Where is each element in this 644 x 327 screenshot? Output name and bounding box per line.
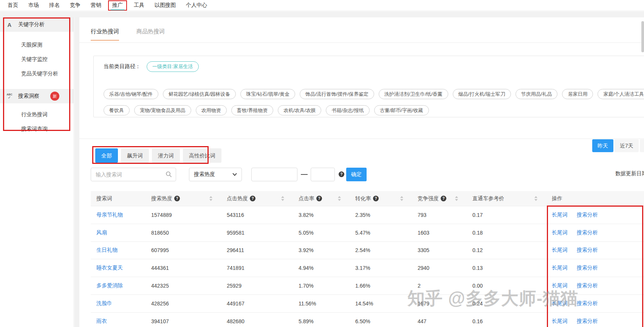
keyword-link[interactable]: 母亲节礼物	[91, 212, 151, 218]
filter-tab[interactable]: 飙升词	[121, 148, 149, 163]
range-min-input[interactable]	[251, 168, 297, 181]
nav-item[interactable]: 排名	[49, 2, 60, 9]
content-tab[interactable]: 行业热搜词	[91, 28, 119, 41]
action-link[interactable]: 长尾词	[552, 229, 568, 236]
category-pills-row1: 乐器/吉他/钢琴/配件鲜花园艺/绿植仿真/园林设备珠宝/钻石/翡翠/黄金饰品/流…	[104, 89, 644, 99]
category-pill[interactable]: 家庭/个人清洁工具	[598, 89, 644, 99]
top-nav: 首页市场排名竞争营销推广工具以图搜图个人中心	[0, 0, 644, 11]
range-help-icon[interactable]: ?	[339, 171, 344, 177]
help-icon[interactable]: ?	[250, 196, 255, 201]
nav-item[interactable]: 竞争	[70, 2, 80, 9]
column-header: 转化率?	[355, 195, 418, 202]
nav-item[interactable]: 个人中心	[186, 2, 207, 9]
category-pill[interactable]: 居家日用	[562, 89, 593, 99]
column-label: 直通车参考价	[472, 195, 504, 202]
search-input[interactable]	[91, 168, 176, 181]
keyword-link[interactable]: 风扇	[91, 229, 151, 236]
date-tab[interactable]: 昨天	[592, 139, 613, 152]
keyword-link[interactable]: 雨衣	[91, 318, 151, 325]
action-link[interactable]: 搜索分析	[577, 212, 598, 218]
sidebar-item[interactable]: 关键字监控	[0, 52, 74, 67]
filter-tab[interactable]: 高性价比词	[183, 148, 221, 163]
metric-select[interactable]: 搜索热度	[189, 168, 242, 181]
keyword-link[interactable]: 睡衣女夏天	[91, 265, 151, 271]
category-pill[interactable]: 饰品/流行首饰/摆件/保养鉴定	[300, 89, 374, 99]
content-tab[interactable]: 商品热搜词	[136, 28, 165, 41]
action-link[interactable]: 搜索分析	[577, 282, 598, 289]
cell-competition: 1679	[418, 301, 472, 307]
category-pill[interactable]: 农机/农具/农膜	[278, 105, 321, 115]
sidebar-group[interactable]: A关键字分析	[0, 17, 74, 32]
help-icon[interactable]: ?	[174, 196, 180, 201]
help-icon[interactable]: ?	[441, 196, 446, 201]
sort-icon[interactable]	[534, 196, 537, 201]
action-link[interactable]: 长尾词	[552, 212, 568, 218]
action-link[interactable]: 搜索分析	[577, 229, 598, 236]
sidebar-item[interactable]: 天眼探测	[0, 38, 74, 52]
sort-up-arrow	[281, 196, 284, 198]
nav-item[interactable]: 市场	[28, 2, 39, 9]
header-spacer	[0, 11, 644, 17]
action-link[interactable]: 长尾词	[552, 282, 568, 289]
category-pill[interactable]: 洗护清洁剂/卫生巾/纸/香薰	[379, 89, 448, 99]
action-link[interactable]: 长尾词	[552, 318, 568, 325]
action-link[interactable]: 搜索分析	[577, 300, 598, 307]
sidebar-group[interactable]: ABC✓搜索洞察新	[0, 89, 74, 103]
cell-search_heat: 1574889	[151, 212, 227, 218]
action-link[interactable]: 长尾词	[552, 265, 568, 271]
category-pill[interactable]: 畜牧/养殖物资	[231, 105, 274, 115]
nav-item[interactable]: 推广	[112, 2, 123, 9]
cell-conversion_rate: 6.50%	[355, 318, 418, 324]
category-pill[interactable]: 餐饮具	[104, 105, 130, 115]
category-pill[interactable]: 珠宝/钻石/翡翠/黄金	[240, 89, 295, 99]
sort-icon[interactable]	[209, 196, 212, 201]
confirm-button[interactable]: 确定	[346, 168, 367, 181]
main-content: 行业热搜词商品热搜词 当前类目路径： 一级类目:家居生活 乐器/吉他/钢琴/配件…	[79, 17, 644, 327]
sort-up-arrow	[338, 196, 341, 198]
nav-item[interactable]: 以图搜图	[155, 2, 176, 9]
sort-icon[interactable]	[400, 196, 403, 201]
range-max-input[interactable]	[311, 168, 335, 181]
table-body: 母亲节礼物15748895431163.82%2.35%7930.17长尾词搜索…	[91, 206, 644, 327]
current-category-pill[interactable]: 一级类目:家居生活	[147, 61, 199, 72]
category-pill[interactable]: 节庆用品/礼品	[516, 89, 558, 99]
row-actions: 长尾词搜索分析	[552, 300, 644, 307]
keyword-link[interactable]: 洗脸巾	[91, 300, 151, 307]
sort-icon[interactable]	[338, 196, 341, 201]
sort-icon[interactable]	[281, 196, 284, 201]
help-icon[interactable]: ?	[373, 196, 379, 201]
sidebar-item[interactable]: 行业热搜词	[0, 107, 74, 122]
action-link[interactable]: 长尾词	[552, 247, 568, 254]
annotation-box-nav-active: 推广	[108, 0, 127, 11]
cell-click_heat: 959581	[227, 230, 299, 236]
category-pill[interactable]: 烟品/打火机/瑞士军刀	[453, 89, 511, 99]
date-tab[interactable]: 近7天	[615, 139, 639, 152]
action-link[interactable]: 搜索分析	[577, 265, 598, 271]
action-link[interactable]: 长尾词	[552, 300, 568, 307]
keyword-link[interactable]: 多多爱消除	[91, 282, 151, 289]
filter-tab[interactable]: 潜力词	[152, 148, 180, 163]
keyword-link[interactable]: 生日礼物	[91, 247, 151, 254]
category-pill[interactable]: 农用物资	[196, 105, 227, 115]
nav-item[interactable]: 营销	[91, 2, 101, 9]
nav-item[interactable]: 工具	[134, 2, 144, 9]
category-pill[interactable]: 古董/邮币/字画/收藏	[374, 105, 429, 115]
row-actions: 长尾词搜索分析	[552, 212, 644, 218]
sidebar-item[interactable]: 搜索词查询	[0, 122, 74, 136]
cell-ppc_ref_price: 0.17	[472, 212, 552, 218]
category-pill[interactable]: 书籍/杂志/报纸	[326, 105, 369, 115]
category-pill[interactable]: 宠物/宠物食品及用品	[134, 105, 191, 115]
sidebar-item[interactable]: 竞品关键字分析	[0, 67, 74, 81]
filter-tab[interactable]: 全部	[95, 148, 118, 163]
section-divider	[79, 139, 644, 139]
help-icon[interactable]: ?	[316, 196, 322, 201]
category-pill[interactable]: 鲜花园艺/绿植仿真/园林设备	[163, 89, 236, 99]
scrollbar-thumb[interactable]	[641, 21, 644, 52]
action-link[interactable]: 搜索分析	[577, 318, 598, 325]
sort-icon[interactable]	[455, 196, 458, 201]
results-table: 搜索词搜索热度?点击热度?点击率?转化率?竞争强度?直通车参考价操作 母亲节礼物…	[91, 191, 644, 327]
nav-item[interactable]: 首页	[8, 2, 18, 9]
category-pill[interactable]: 乐器/吉他/钢琴/配件	[104, 89, 158, 99]
action-link[interactable]: 搜索分析	[577, 247, 598, 254]
date-tab[interactable]: 近30天	[640, 139, 644, 152]
